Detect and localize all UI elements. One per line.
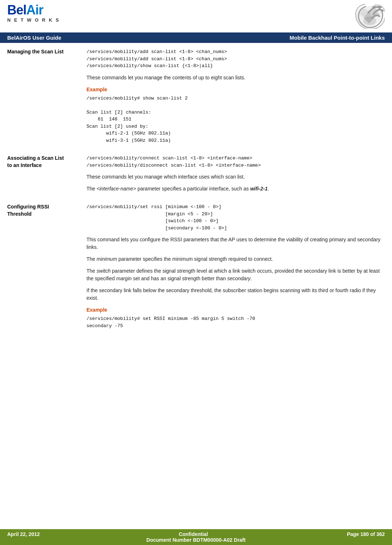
belair-logo: BelAir — [7, 4, 60, 17]
para-rssi-3-prefix: The — [86, 268, 97, 274]
example-label-2: Example — [86, 306, 385, 314]
para-rssi-3-suffix: . — [250, 276, 252, 281]
para-managing-1: These commands let you manage the conten… — [86, 74, 385, 82]
banner-title-left: BelAirOS User Guide — [7, 35, 61, 41]
banner: BelAirOS User Guide Mobile Backhaul Poin… — [0, 32, 392, 43]
wifi-example: wifi-2-1 — [250, 186, 267, 192]
para-rssi-2-suffix: parameter specifies the minimum signal s… — [117, 256, 273, 262]
para-rssi-3-mid2: set and has an signal strength better th… — [132, 276, 227, 281]
logo-area: BelAir N E T W O R K S — [7, 4, 60, 23]
section-managing-scan-list: Managing the Scan List /services/mobilit… — [7, 48, 385, 148]
para2-mid: parameter specifies a particular interfa… — [136, 186, 250, 192]
secondary-param: secondary — [227, 276, 251, 281]
code-rssi-example: /services/mobility# set RSSI minimum -85… — [86, 315, 385, 329]
footer-top: April 22, 2012 Confidential Page 180 of … — [7, 531, 385, 537]
section-body-managing: /services/mobility/add scan-list <1-8> <… — [86, 48, 385, 148]
para-associating-2: The <interface-name> parameter specifies… — [86, 185, 385, 193]
code-associating-commands: /services/mobility/connect scan-list <1-… — [86, 155, 385, 169]
minimum-param: minimum — [97, 256, 117, 262]
para-rssi-2-prefix: The — [86, 256, 97, 262]
footer: April 22, 2012 Confidential Page 180 of … — [0, 529, 392, 545]
margin-param: margin — [116, 276, 132, 281]
para-rssi-4: If the secondary link falls below the se… — [86, 287, 385, 302]
para-rssi-2: The minimum parameter specifies the mini… — [86, 255, 385, 263]
banner-title-right: Mobile Backhaul Point-to-point Links — [290, 35, 385, 41]
section-label-rssi: Configuring RSSI Threshold — [7, 203, 86, 334]
main-content: Managing the Scan List /services/mobilit… — [0, 43, 392, 344]
para2-suffix: . — [268, 186, 269, 192]
para2-prefix: The — [86, 186, 97, 192]
section-label-managing: Managing the Scan List — [7, 48, 86, 148]
para-rssi-3: The switch parameter defines the signal … — [86, 267, 385, 282]
example-label-1: Example — [86, 86, 385, 93]
code-rssi-command: /services/mobility/set rssi [minimum <-1… — [86, 203, 385, 232]
header: BelAir N E T W O R K S — [0, 0, 392, 31]
logo-bel: Bel — [7, 3, 26, 17]
brand-icon — [352, 4, 385, 29]
interface-name-param: <interface-name> — [97, 186, 136, 192]
code-managing-commands: /services/mobility/add scan-list <1-8> <… — [86, 48, 385, 70]
section-body-associating: /services/mobility/connect scan-list <1-… — [86, 155, 385, 197]
code-managing-example: /services/mobility# show scan-list 2 Sca… — [86, 95, 385, 144]
para-rssi-1: This command lets you configure the RSSI… — [86, 236, 385, 251]
section-associating: Associating a Scan List to an Interface … — [7, 155, 385, 197]
section-label-associating: Associating a Scan List to an Interface — [7, 155, 86, 197]
footer-document-number: Document Number BDTM00000-A02 Draft — [7, 537, 385, 543]
footer-confidential: Confidential — [179, 531, 208, 537]
para-associating-1: These commands let you manage which inte… — [86, 173, 385, 181]
footer-date: April 22, 2012 — [7, 531, 40, 537]
logo-networks: N E T W O R K S — [7, 17, 60, 23]
logo-air: Air — [26, 3, 43, 17]
switch-param: switch — [97, 268, 111, 274]
section-body-rssi: /services/mobility/set rssi [minimum <-1… — [86, 203, 385, 334]
section-rssi: Configuring RSSI Threshold /services/mob… — [7, 203, 385, 334]
footer-page: Page 180 of 362 — [347, 531, 385, 537]
